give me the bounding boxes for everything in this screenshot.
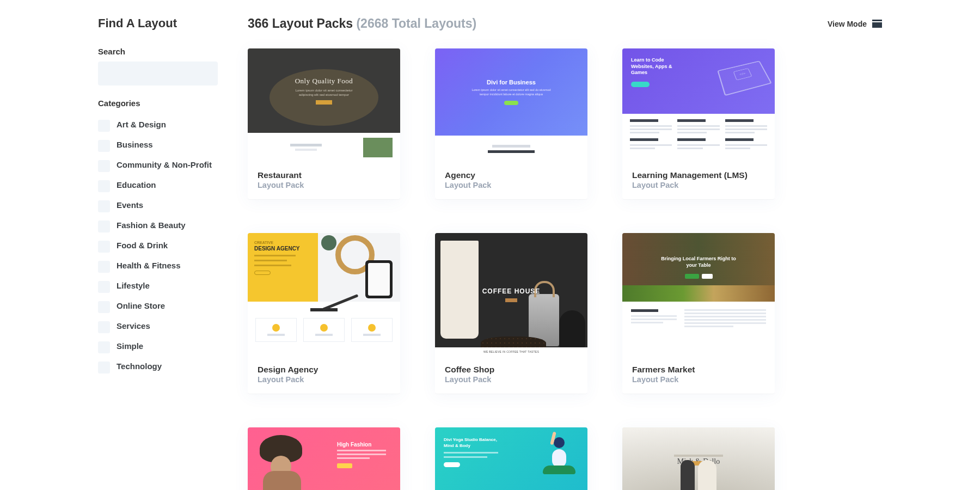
thumb-kicker: CREATIVE <box>254 241 311 244</box>
category-label: Education <box>117 180 156 191</box>
category-label: Fashion & Beauty <box>117 220 186 231</box>
card-title: Farmers Market <box>632 365 765 375</box>
category-community-non-profit[interactable]: Community & Non-Profit <box>98 156 218 176</box>
card-subtitle: Layout Pack <box>258 375 390 384</box>
category-label: Services <box>117 321 150 332</box>
page-title: 366 Layout Packs (2668 Total Layouts) <box>248 16 476 31</box>
layout-card-wedding[interactable]: Mick & Dello <box>622 427 775 490</box>
layout-card-restaurant[interactable]: Only Quality FoodLorem ipsum dolor sit a… <box>248 48 400 199</box>
layout-grid: Only Quality FoodLorem ipsum dolor sit a… <box>248 48 882 490</box>
card-thumbnail: Divi Yoga Studio Balance, Mind & Body <box>435 427 587 490</box>
category-simple[interactable]: Simple <box>98 337 218 357</box>
search-input[interactable] <box>98 62 218 85</box>
checkbox-icon[interactable] <box>98 180 110 192</box>
card-thumbnail: Learn to Code Websites, Apps & Games <box>622 48 775 162</box>
category-label: Events <box>117 200 143 211</box>
card-title: Coffee Shop <box>445 365 578 375</box>
thumb-headline: Learn to Code Websites, Apps & Games <box>631 57 685 76</box>
category-label: Online Store <box>117 301 165 311</box>
layout-card-coffee-shop[interactable]: COFFEE HOUSEWE BELIEVE IN COFFEE THAT TA… <box>435 233 587 394</box>
stack-view-icon <box>872 20 882 28</box>
category-education[interactable]: Education <box>98 176 218 196</box>
card-thumbnail: Only Quality FoodLorem ipsum dolor sit a… <box>248 48 400 162</box>
thumb-headline: Only Quality Food <box>295 77 353 85</box>
layout-card-yoga[interactable]: Divi Yoga Studio Balance, Mind & Body <box>435 427 587 490</box>
card-thumbnail: Mick & Dello <box>622 427 775 490</box>
category-label: Health & Fitness <box>117 260 181 271</box>
layout-pack-count: 366 Layout Packs <box>248 16 353 30</box>
view-mode-label: View Mode <box>828 20 867 28</box>
category-art-design[interactable]: Art & Design <box>98 115 218 136</box>
card-subtitle: Layout Pack <box>632 375 765 384</box>
checkbox-icon[interactable] <box>98 301 110 313</box>
sidebar: Find A Layout Search Categories Art & De… <box>98 16 218 490</box>
card-title: Restaurant <box>258 170 390 180</box>
checkbox-icon[interactable] <box>98 281 110 293</box>
category-list: Art & Design Business Community & Non-Pr… <box>98 115 218 377</box>
card-title: Design Agency <box>258 365 390 375</box>
thumb-headline: Divi Yoga Studio Balance, Mind & Body <box>444 437 504 449</box>
card-thumbnail: COFFEE HOUSEWE BELIEVE IN COFFEE THAT TA… <box>435 233 587 356</box>
checkbox-icon[interactable] <box>98 140 110 152</box>
sidebar-title: Find A Layout <box>98 16 218 30</box>
layout-card-lms[interactable]: Learn to Code Websites, Apps & Games Lea… <box>622 48 775 199</box>
card-subtitle: Layout Pack <box>258 181 390 189</box>
category-label: Technology <box>117 361 162 372</box>
checkbox-icon[interactable] <box>98 261 110 273</box>
card-thumbnail: High Fashion About Us <box>248 427 400 490</box>
layout-card-agency[interactable]: Divi for BusinessLorem ipsum dolor sit a… <box>435 48 587 199</box>
search-label: Search <box>98 47 218 56</box>
category-label: Art & Design <box>117 119 166 130</box>
thumb-headline: DESIGN AGENCY <box>254 246 311 252</box>
category-technology[interactable]: Technology <box>98 357 218 377</box>
checkbox-icon[interactable] <box>98 120 110 132</box>
category-food-drink[interactable]: Food & Drink <box>98 236 218 256</box>
card-thumbnail: Divi for BusinessLorem ipsum dolor sit a… <box>435 48 587 162</box>
svg-rect-1 <box>872 22 882 28</box>
category-services[interactable]: Services <box>98 317 218 337</box>
layout-card-design-agency[interactable]: CREATIVEDESIGN AGENCY WHAT WE DO Design … <box>248 233 400 394</box>
checkbox-icon[interactable] <box>98 200 110 212</box>
category-label: Simple <box>117 341 143 352</box>
layout-card-fashion[interactable]: High Fashion About Us <box>248 427 400 490</box>
main: 366 Layout Packs (2668 Total Layouts) Vi… <box>248 16 882 490</box>
thumb-headline: High Fashion <box>337 442 386 448</box>
category-lifestyle[interactable]: Lifestyle <box>98 277 218 297</box>
checkbox-icon[interactable] <box>98 241 110 253</box>
card-subtitle: Layout Pack <box>632 181 765 189</box>
checkbox-icon[interactable] <box>98 220 110 232</box>
category-label: Business <box>117 139 153 150</box>
thumb-headline: Divi for Business <box>487 79 536 85</box>
card-subtitle: Layout Pack <box>445 375 578 384</box>
thumb-section: Our Markets <box>631 309 658 312</box>
category-fashion-beauty[interactable]: Fashion & Beauty <box>98 216 218 236</box>
categories-label: Categories <box>98 99 218 108</box>
card-subtitle: Layout Pack <box>445 181 578 189</box>
category-label: Lifestyle <box>117 280 150 291</box>
card-title: Agency <box>445 170 578 180</box>
category-health-fitness[interactable]: Health & Fitness <box>98 256 218 277</box>
category-events[interactable]: Events <box>98 196 218 216</box>
checkbox-icon[interactable] <box>98 341 110 353</box>
card-title: Learning Management (LMS) <box>632 170 765 180</box>
thumb-headline: COFFEE HOUSE <box>482 287 541 295</box>
category-business[interactable]: Business <box>98 136 218 156</box>
checkbox-icon[interactable] <box>98 362 110 373</box>
card-thumbnail: Bringing Local Farmers Right to your Tab… <box>622 233 775 356</box>
category-label: Food & Drink <box>117 240 168 251</box>
svg-rect-0 <box>872 20 882 21</box>
checkbox-icon[interactable] <box>98 160 110 172</box>
main-header: 366 Layout Packs (2668 Total Layouts) Vi… <box>248 16 882 31</box>
checkbox-icon[interactable] <box>98 321 110 333</box>
category-label: Community & Non-Profit <box>117 160 212 170</box>
card-thumbnail: CREATIVEDESIGN AGENCY WHAT WE DO <box>248 233 400 356</box>
total-layouts-count: (2668 Total Layouts) <box>356 16 476 30</box>
view-mode-toggle[interactable]: View Mode <box>828 20 882 28</box>
category-online-store[interactable]: Online Store <box>98 297 218 317</box>
thumb-headline: Bringing Local Farmers Right to your Tab… <box>660 256 737 268</box>
layout-card-farmers-market[interactable]: Bringing Local Farmers Right to your Tab… <box>622 233 775 394</box>
